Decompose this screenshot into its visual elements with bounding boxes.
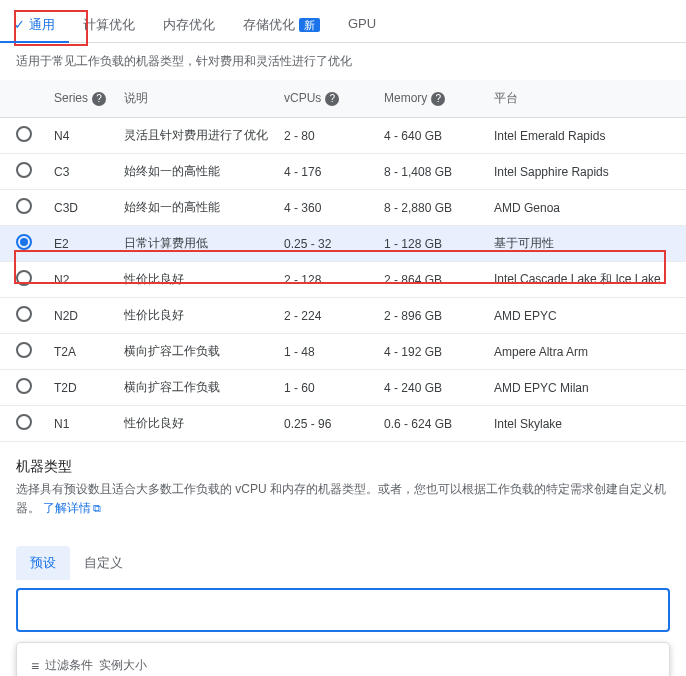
external-link-icon: ⧉ xyxy=(93,502,101,514)
subtab-preset[interactable]: 预设 xyxy=(16,546,70,580)
table-row[interactable]: N2 性价比良好 2 - 128 2 - 864 GB Intel Cascad… xyxy=(0,262,686,298)
vcpus-cell: 0.25 - 96 xyxy=(276,406,376,442)
platform-cell: 基于可用性 xyxy=(486,226,686,262)
tab-general[interactable]: ✓通用 xyxy=(0,8,69,42)
machine-type-select[interactable] xyxy=(16,588,670,632)
table-row[interactable]: N2D 性价比良好 2 - 224 2 - 896 GB AMD EPYC xyxy=(0,298,686,334)
vcpus-cell: 4 - 176 xyxy=(276,154,376,190)
table-row[interactable]: N1 性价比良好 0.25 - 96 0.6 - 624 GB Intel Sk… xyxy=(0,406,686,442)
tab-gpu[interactable]: GPU xyxy=(334,8,390,42)
table-row[interactable]: N4 灵活且针对费用进行了优化 2 - 80 4 - 640 GB Intel … xyxy=(0,118,686,154)
filter-row[interactable]: ≡ 过滤条件 实例大小 xyxy=(17,653,669,676)
memory-cell: 2 - 864 GB xyxy=(376,262,486,298)
series-table: Series? 说明 vCPUs? Memory? 平台 N4 灵活且针对费用进… xyxy=(0,80,686,442)
vcpus-cell: 4 - 360 xyxy=(276,190,376,226)
machine-type-dropdown: ≡ 过滤条件 实例大小 ▾共享核心 标准 高内存 高 CPU e2-micro … xyxy=(16,642,670,676)
memory-cell: 8 - 1,408 GB xyxy=(376,154,486,190)
desc-cell: 性价比良好 xyxy=(116,298,276,334)
table-row[interactable]: T2D 横向扩容工作负载 1 - 60 4 - 240 GB AMD EPYC … xyxy=(0,370,686,406)
radio-button[interactable] xyxy=(16,126,32,142)
memory-cell: 1 - 128 GB xyxy=(376,226,486,262)
memory-cell: 4 - 640 GB xyxy=(376,118,486,154)
radio-button[interactable] xyxy=(16,270,32,286)
table-row[interactable]: C3D 始终如一的高性能 4 - 360 8 - 2,880 GB AMD Ge… xyxy=(0,190,686,226)
radio-button[interactable] xyxy=(16,198,32,214)
new-badge: 新 xyxy=(299,18,320,32)
help-icon[interactable]: ? xyxy=(431,92,445,106)
vcpus-cell: 2 - 80 xyxy=(276,118,376,154)
platform-cell: AMD Genoa xyxy=(486,190,686,226)
machine-type-title: 机器类型 xyxy=(16,458,670,476)
desc-cell: 灵活且针对费用进行了优化 xyxy=(116,118,276,154)
machine-type-description: 选择具有预设数且适合大多数工作负载的 vCPU 和内存的机器类型。或者，您也可以… xyxy=(16,480,670,518)
desc-cell: 始终如一的高性能 xyxy=(116,154,276,190)
series-cell: E2 xyxy=(46,226,116,262)
platform-cell: AMD EPYC xyxy=(486,298,686,334)
desc-cell: 始终如一的高性能 xyxy=(116,190,276,226)
subtab-custom[interactable]: 自定义 xyxy=(70,546,137,580)
platform-cell: Intel Emerald Rapids xyxy=(486,118,686,154)
radio-button[interactable] xyxy=(16,162,32,178)
machine-family-tabs: ✓通用 计算优化 内存优化 存储优化新 GPU xyxy=(0,8,686,43)
series-cell: N2D xyxy=(46,298,116,334)
learn-more-link[interactable]: 了解详情⧉ xyxy=(43,501,101,515)
tab-storage-optimized[interactable]: 存储优化新 xyxy=(229,8,334,42)
series-cell: C3D xyxy=(46,190,116,226)
series-cell: N1 xyxy=(46,406,116,442)
memory-cell: 4 - 192 GB xyxy=(376,334,486,370)
series-cell: T2A xyxy=(46,334,116,370)
platform-cell: Intel Cascade Lake 和 Ice Lake xyxy=(486,262,686,298)
help-icon[interactable]: ? xyxy=(92,92,106,106)
vcpus-cell: 1 - 60 xyxy=(276,370,376,406)
vcpus-cell: 1 - 48 xyxy=(276,334,376,370)
platform-cell: Ampere Altra Arm xyxy=(486,334,686,370)
machine-type-subtabs: 预设 自定义 xyxy=(16,546,670,580)
help-icon[interactable]: ? xyxy=(325,92,339,106)
table-row[interactable]: T2A 横向扩容工作负载 1 - 48 4 - 192 GB Ampere Al… xyxy=(0,334,686,370)
memory-cell: 0.6 - 624 GB xyxy=(376,406,486,442)
desc-cell: 横向扩容工作负载 xyxy=(116,334,276,370)
desc-cell: 性价比良好 xyxy=(116,262,276,298)
platform-cell: AMD EPYC Milan xyxy=(486,370,686,406)
series-cell: T2D xyxy=(46,370,116,406)
radio-button[interactable] xyxy=(16,342,32,358)
table-row[interactable]: C3 始终如一的高性能 4 - 176 8 - 1,408 GB Intel S… xyxy=(0,154,686,190)
series-cell: C3 xyxy=(46,154,116,190)
series-cell: N2 xyxy=(46,262,116,298)
radio-button[interactable] xyxy=(16,306,32,322)
vcpus-cell: 2 - 224 xyxy=(276,298,376,334)
memory-cell: 2 - 896 GB xyxy=(376,298,486,334)
vcpus-cell: 2 - 128 xyxy=(276,262,376,298)
series-cell: N4 xyxy=(46,118,116,154)
desc-cell: 日常计算费用低 xyxy=(116,226,276,262)
tab-compute-optimized[interactable]: 计算优化 xyxy=(69,8,149,42)
radio-button[interactable] xyxy=(16,234,32,250)
memory-cell: 4 - 240 GB xyxy=(376,370,486,406)
vcpus-cell: 0.25 - 32 xyxy=(276,226,376,262)
platform-cell: Intel Sapphire Rapids xyxy=(486,154,686,190)
radio-button[interactable] xyxy=(16,378,32,394)
check-icon: ✓ xyxy=(14,17,25,32)
platform-cell: Intel Skylake xyxy=(486,406,686,442)
filter-icon: ≡ xyxy=(31,658,39,674)
tab-memory-optimized[interactable]: 内存优化 xyxy=(149,8,229,42)
tab-description: 适用于常见工作负载的机器类型，针对费用和灵活性进行了优化 xyxy=(0,43,686,80)
memory-cell: 8 - 2,880 GB xyxy=(376,190,486,226)
radio-button[interactable] xyxy=(16,414,32,430)
table-row[interactable]: E2 日常计算费用低 0.25 - 32 1 - 128 GB 基于可用性 xyxy=(0,226,686,262)
desc-cell: 性价比良好 xyxy=(116,406,276,442)
desc-cell: 横向扩容工作负载 xyxy=(116,370,276,406)
